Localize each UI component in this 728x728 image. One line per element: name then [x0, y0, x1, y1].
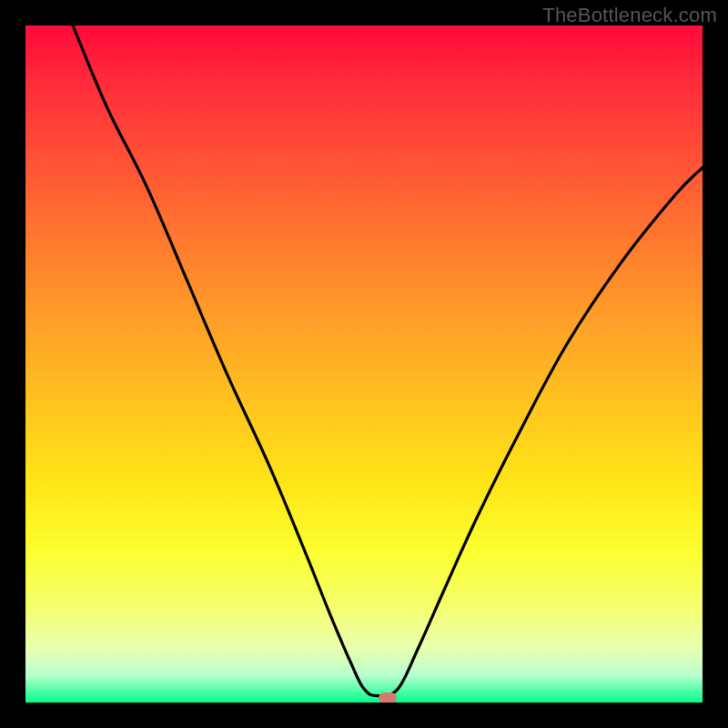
chart-frame: TheBottleneck.com — [0, 0, 728, 728]
bottleneck-curve — [25, 25, 703, 703]
watermark-text: TheBottleneck.com — [542, 4, 717, 27]
optimal-point-marker — [379, 693, 397, 703]
plot-area — [25, 25, 703, 703]
